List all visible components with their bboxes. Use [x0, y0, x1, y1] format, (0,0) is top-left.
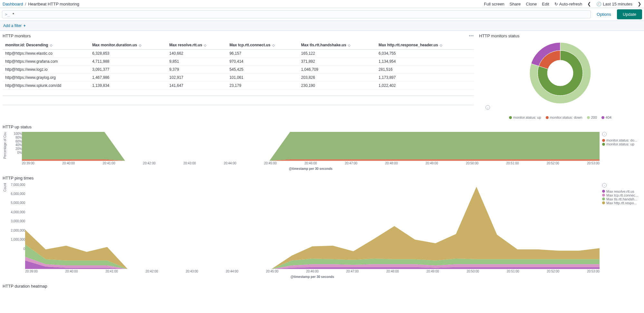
- table-header[interactable]: Max tcp.rtt.connect.us ◇: [227, 41, 298, 50]
- table-header[interactable]: Max resolve.rtt.us ◇: [167, 41, 227, 50]
- chart-ylabel: Count: [3, 183, 7, 192]
- legend-item[interactable]: Max tcp.rtt.connec...: [602, 193, 641, 197]
- query-input[interactable]: [13, 12, 588, 17]
- table-row[interactable]: http@https://www.logz.io3,091,3779,37954…: [3, 66, 474, 74]
- table-footer-line: [3, 105, 474, 105]
- table-footer-line: [3, 96, 474, 96]
- donut-legend: monitor.status: upmonitor.status: down20…: [509, 115, 611, 119]
- panel-title: HTTP duration heatmap: [3, 284, 641, 289]
- x-axis-ticks: 20:39:0020:40:0020:41:0020:42:0020:43:00…: [22, 161, 600, 166]
- legend-item[interactable]: Max resolve.rtt.us: [602, 189, 641, 193]
- breadcrumb-separator: /: [25, 2, 26, 6]
- autorefresh-action[interactable]: ↻ Auto-refresh: [554, 2, 582, 6]
- query-input-wrap[interactable]: >_: [2, 10, 591, 18]
- legend-item[interactable]: monitor.status: up: [509, 115, 541, 119]
- http-ping-times-panel: HTTP ping times Count 7,000,0006,000,000…: [0, 173, 644, 281]
- legend-expand-icon[interactable]: ⌄: [485, 105, 490, 110]
- panel-menu-icon[interactable]: •••: [469, 33, 474, 38]
- table-cell: 4,711,988: [90, 58, 167, 66]
- table-cell: http@https://www.logz.io: [3, 66, 90, 74]
- table-row[interactable]: http@https://www.graylog.org1,467,986102…: [3, 74, 474, 82]
- autorefresh-label: Auto-refresh: [559, 2, 582, 6]
- table-cell: 1,467,986: [90, 74, 167, 82]
- panel-title: HTTP up status: [3, 124, 641, 129]
- options-link[interactable]: Options: [593, 12, 614, 17]
- clone-action[interactable]: Clone: [526, 2, 537, 6]
- table-cell: 281,516: [376, 66, 474, 74]
- breadcrumb-root[interactable]: Dashboard: [3, 2, 23, 6]
- panel-title: HTTP monitors: [3, 33, 474, 38]
- add-filter-button[interactable]: Add a filter +: [3, 23, 26, 28]
- legend-item[interactable]: Max tls.rtt.handsh...: [602, 197, 641, 201]
- table-header[interactable]: Max monitor.duration.us ◇: [90, 41, 167, 50]
- time-next-button[interactable]: ❯: [638, 1, 641, 6]
- panel-row-1: HTTP monitors ••• monitor.id: Descending…: [0, 31, 644, 122]
- plus-icon: +: [24, 23, 26, 28]
- refresh-icon: ↻: [554, 2, 558, 6]
- table-cell: 371,892: [299, 58, 376, 66]
- table-header[interactable]: monitor.id: Descending ◇: [3, 41, 90, 50]
- legend-item[interactable]: 404: [601, 115, 611, 119]
- filter-bar: Add a filter +: [0, 21, 644, 31]
- chart-xlabel: @timestamp per 30 seconds: [25, 275, 600, 279]
- breadcrumb: Dashboard / Heartbeat HTTP monitoring: [3, 2, 79, 6]
- chart-legend: › Max resolve.rtt.usMax tcp.rtt.connec..…: [600, 183, 641, 205]
- chart-xlabel: @timestamp per 30 seconds: [22, 167, 600, 170]
- timerange-label: Last 15 minutes: [603, 2, 632, 6]
- table-cell: 6,328,853: [90, 50, 167, 58]
- table-cell: 140,662: [167, 50, 227, 58]
- table-cell: http@https://www.grafana.com: [3, 58, 90, 66]
- table-cell: http@https://www.graylog.org: [3, 74, 90, 82]
- add-filter-label: Add a filter: [3, 23, 22, 28]
- table-cell: 1,046,709: [299, 66, 376, 74]
- table-cell: http@https://www.splunk.com/dd: [3, 82, 90, 90]
- table-cell: 970,414: [227, 58, 298, 66]
- table-cell: http@https://www.elastic.co: [3, 50, 90, 58]
- table-cell: 6,034,755: [376, 50, 474, 58]
- timerange-picker[interactable]: 🕘 Last 15 minutes: [596, 2, 632, 6]
- http-up-status-panel: HTTP up status Percentage of Cou 100%80%…: [0, 122, 644, 173]
- breadcrumb-current: Heartbeat HTTP monitoring: [28, 2, 79, 6]
- panel-title: HTTP monitors status: [479, 33, 641, 38]
- edit-action[interactable]: Edit: [542, 2, 549, 6]
- legend-item[interactable]: monitor.status: up: [602, 142, 641, 146]
- time-prev-button[interactable]: ❮: [587, 1, 591, 6]
- chart-legend: › monitor.status: do...monitor.status: u…: [600, 132, 641, 146]
- http-monitors-status-panel: HTTP monitors status ⌄ monitor.status: u…: [476, 31, 644, 122]
- ping-times-chart[interactable]: [25, 183, 600, 269]
- legend-item[interactable]: monitor.status: down: [546, 115, 582, 119]
- table-cell: 230,190: [299, 82, 376, 90]
- chart-ylabel: Percentage of Cou: [3, 132, 7, 159]
- http-monitors-table: monitor.id: Descending ◇Max monitor.dura…: [3, 41, 474, 90]
- legend-expand-icon[interactable]: ›: [602, 183, 607, 188]
- table-cell: 96,157: [227, 50, 298, 58]
- http-monitors-panel: HTTP monitors ••• monitor.id: Descending…: [0, 31, 476, 122]
- table-cell: 141,647: [167, 82, 227, 90]
- table-cell: 1,022,402: [376, 82, 474, 90]
- table-header[interactable]: Max tls.rtt.handshake.us ◇: [299, 41, 376, 50]
- legend-item[interactable]: monitor.status: do...: [602, 138, 641, 142]
- legend-expand-icon[interactable]: ›: [602, 132, 607, 136]
- donut-chart[interactable]: [528, 41, 592, 105]
- table-cell: 1,139,834: [90, 82, 167, 90]
- legend-item[interactable]: 200: [587, 115, 597, 119]
- up-status-chart[interactable]: [22, 132, 600, 161]
- table-cell: 9,851: [167, 58, 227, 66]
- query-prompt-icon: >_: [5, 12, 10, 17]
- table-cell: 1,173,897: [376, 74, 474, 82]
- table-row[interactable]: http@https://www.splunk.com/dd1,139,8341…: [3, 82, 474, 90]
- table-cell: 3,091,377: [90, 66, 167, 74]
- update-button[interactable]: Update: [617, 9, 642, 19]
- table-cell: 203,826: [299, 74, 376, 82]
- clock-icon: 🕘: [596, 2, 601, 6]
- fullscreen-action[interactable]: Full screen: [484, 2, 505, 6]
- y-axis-ticks: 7,000,0006,000,0005,000,0004,000,0003,00…: [7, 183, 25, 251]
- table-cell: 165,122: [299, 50, 376, 58]
- query-bar: >_ Options Update: [0, 8, 644, 21]
- legend-item[interactable]: Max http.rtt.respo...: [602, 201, 641, 205]
- share-action[interactable]: Share: [510, 2, 521, 6]
- table-header[interactable]: Max http.rtt.response_header.us ◇: [376, 41, 474, 50]
- table-row[interactable]: http@https://www.grafana.com4,711,9889,8…: [3, 58, 474, 66]
- y-axis-ticks: 100%80%60%40%20%0%: [7, 132, 22, 154]
- table-row[interactable]: http@https://www.elastic.co6,328,853140,…: [3, 50, 474, 58]
